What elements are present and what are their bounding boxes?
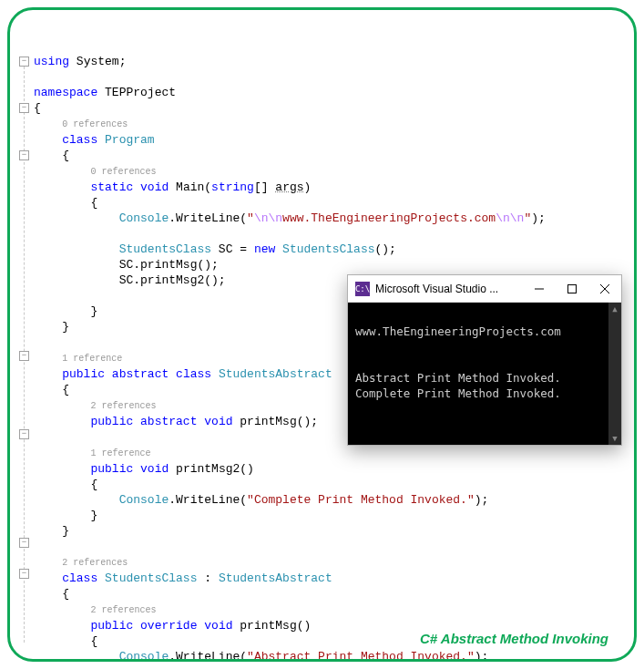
codelens-refs[interactable]: 2 references — [90, 605, 156, 615]
fold-toggle[interactable]: − — [19, 103, 29, 113]
console-line: Complete Print Method Invoked. — [355, 386, 561, 400]
method-main: Main — [176, 180, 204, 194]
keyword-public: public — [90, 462, 133, 476]
class-studentsabstract: StudentsAbstract — [219, 367, 332, 381]
type-console: Console — [119, 493, 169, 507]
fold-toggle[interactable]: − — [19, 57, 29, 67]
maximize-button[interactable] — [556, 275, 588, 303]
method-printmsg: printMsg — [240, 619, 296, 633]
class-studentsclass: StudentsClass — [105, 571, 197, 585]
codelens-refs[interactable]: 2 references — [90, 401, 156, 411]
fold-toggle[interactable]: − — [19, 429, 29, 439]
editor-frame: − − − − − − − using System; namespace TE… — [7, 7, 637, 662]
keyword-void: void — [140, 462, 169, 476]
keyword-void: void — [204, 415, 232, 428]
string-literal: "Abstract Print Method Invoked." — [247, 650, 475, 662]
keyword-void: void — [140, 180, 169, 194]
console-line: Abstract Print Method Invoked. — [355, 371, 561, 385]
keyword-abstract: abstract — [140, 415, 197, 428]
base-studentsabstract: StudentsAbstract — [219, 571, 332, 585]
caption-label: C# Abstract Method Invoking — [420, 631, 608, 646]
codelens-refs[interactable]: 0 references — [62, 119, 128, 129]
method-printmsg: printMsg — [240, 415, 296, 428]
vs-icon: C:\ — [355, 282, 370, 296]
keyword-string: string — [211, 180, 254, 194]
scroll-up-icon[interactable]: ▲ — [608, 303, 621, 315]
type-console: Console — [119, 211, 169, 225]
keyword-public: public — [90, 619, 133, 633]
keyword-abstract: abstract — [112, 367, 169, 381]
ctor-studentsclass: StudentsClass — [282, 242, 374, 256]
param-args: args — [275, 180, 303, 194]
console-line: www.TheEngineeringProjects.com — [355, 324, 561, 338]
maximize-icon — [567, 284, 577, 293]
keyword-static: static — [90, 180, 133, 194]
string-literal: "Complete Print Method Invoked." — [247, 493, 475, 507]
keyword-class: class — [62, 571, 97, 585]
var-sc: SC — [219, 242, 233, 256]
method-writeline: WriteLine — [176, 493, 240, 507]
method-writeline: WriteLine — [176, 650, 240, 662]
type-studentsclass: StudentsClass — [119, 242, 211, 256]
var-sc: SC — [119, 258, 134, 272]
codelens-refs[interactable]: 1 reference — [90, 448, 150, 458]
call-printmsg: printMsg — [140, 258, 197, 272]
console-output[interactable]: www.TheEngineeringProjects.com Abstract … — [348, 303, 621, 445]
codelens-refs[interactable]: 1 reference — [62, 354, 122, 364]
namespace-name: TEPProject — [105, 86, 176, 99]
method-writeline: WriteLine — [176, 211, 240, 225]
titlebar[interactable]: C:\ Microsoft Visual Studio ... — [348, 275, 621, 303]
codelens-refs[interactable]: 0 references — [90, 167, 156, 177]
var-sc: SC — [119, 273, 134, 287]
keyword-public: public — [62, 367, 105, 381]
string-literal: "\n\nwww.TheEngineeringProjects.com\n\n" — [247, 211, 531, 225]
call-printmsg2: printMsg2 — [140, 273, 204, 287]
fold-toggle[interactable]: − — [19, 538, 29, 548]
minimize-icon — [535, 284, 544, 293]
keyword-public: public — [90, 415, 133, 428]
codelens-refs[interactable]: 2 references — [62, 558, 128, 568]
svg-rect-0 — [568, 284, 577, 293]
fold-toggle[interactable]: − — [19, 569, 29, 579]
keyword-void: void — [204, 619, 232, 633]
keyword-new: new — [254, 242, 275, 256]
console-window[interactable]: C:\ Microsoft Visual Studio ... www.TheE… — [347, 274, 622, 446]
close-icon — [600, 284, 609, 293]
fold-gutter: − − − − − − − — [19, 23, 32, 662]
fold-toggle[interactable]: − — [19, 150, 29, 160]
ident-system: System — [77, 55, 119, 68]
keyword-override: override — [140, 619, 197, 633]
method-printmsg2: printMsg2 — [176, 462, 240, 476]
type-console: Console — [119, 650, 169, 662]
fold-toggle[interactable]: − — [19, 351, 29, 361]
minimize-button[interactable] — [523, 275, 556, 303]
window-title: Microsoft Visual Studio ... — [375, 283, 523, 295]
scroll-down-icon[interactable]: ▼ — [608, 432, 621, 445]
keyword-class: class — [62, 133, 97, 147]
keyword-class: class — [176, 367, 211, 381]
class-program: Program — [105, 133, 155, 147]
scrollbar[interactable]: ▲ ▼ — [608, 303, 621, 445]
close-button[interactable] — [588, 275, 621, 303]
